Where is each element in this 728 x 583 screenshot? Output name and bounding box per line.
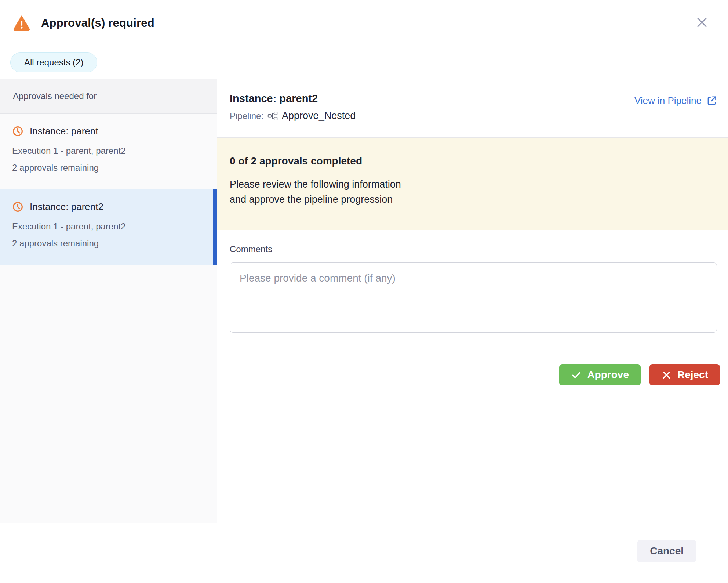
approval-list-item-parent2[interactable]: Instance: parent2 Execution 1 - parent, … xyxy=(0,189,217,265)
dialog-title: Approval(s) required xyxy=(41,17,154,30)
approval-actions: Approve Reject xyxy=(217,350,728,385)
comment-textarea[interactable] xyxy=(230,262,717,333)
approval-status-banner: 0 of 2 approvals completed Please review… xyxy=(217,138,728,230)
pipeline-label: Pipeline: xyxy=(230,111,263,121)
cancel-button[interactable]: Cancel xyxy=(637,540,696,562)
approve-button-label: Approve xyxy=(587,369,629,381)
sidebar-heading: Approvals needed for xyxy=(0,79,217,114)
view-in-pipeline-link[interactable]: View in Pipeline xyxy=(634,95,717,106)
approval-item-remaining: 2 approvals remaining xyxy=(12,239,204,248)
approval-item-execution: Execution 1 - parent, parent2 xyxy=(12,146,204,156)
tab-all-requests[interactable]: All requests (2) xyxy=(10,52,97,72)
approval-detail-pane: Instance: parent2 Pipeline: Approve_Nest… xyxy=(217,79,728,523)
pipeline-name: Approve_Nested xyxy=(282,110,356,122)
dialog-header: Approval(s) required xyxy=(0,0,728,46)
reject-button-label: Reject xyxy=(677,369,708,381)
dialog-body: Approvals needed for Instance: parent Ex… xyxy=(0,79,728,523)
reject-button[interactable]: Reject xyxy=(649,364,720,385)
check-icon xyxy=(571,370,582,380)
approval-message: Please review the following information … xyxy=(230,177,713,207)
approval-item-remaining: 2 approvals remaining xyxy=(12,163,204,173)
approval-item-title: Instance: parent xyxy=(30,126,98,137)
approval-item-execution: Execution 1 - parent, parent2 xyxy=(12,222,204,231)
view-in-pipeline-label: View in Pipeline xyxy=(634,95,702,106)
pending-clock-icon xyxy=(12,201,23,213)
approvals-sidebar: Approvals needed for Instance: parent Ex… xyxy=(0,79,217,523)
requests-tab-bar: All requests (2) xyxy=(0,46,728,79)
detail-header: Instance: parent2 Pipeline: Approve_Nest… xyxy=(217,79,728,138)
approval-list-item-parent[interactable]: Instance: parent Execution 1 - parent, p… xyxy=(0,114,217,189)
pipeline-icon xyxy=(267,111,278,121)
close-button[interactable] xyxy=(694,15,710,31)
x-icon xyxy=(661,370,672,380)
approval-item-title: Instance: parent2 xyxy=(30,201,103,213)
external-link-icon xyxy=(706,95,717,106)
comments-label: Comments xyxy=(230,244,717,254)
comments-section: Comments xyxy=(217,230,728,333)
pending-clock-icon xyxy=(12,126,23,137)
warning-icon xyxy=(12,15,31,32)
approvals-progress: 0 of 2 approvals completed xyxy=(230,155,713,167)
close-icon xyxy=(695,15,709,30)
approve-button[interactable]: Approve xyxy=(559,364,641,385)
